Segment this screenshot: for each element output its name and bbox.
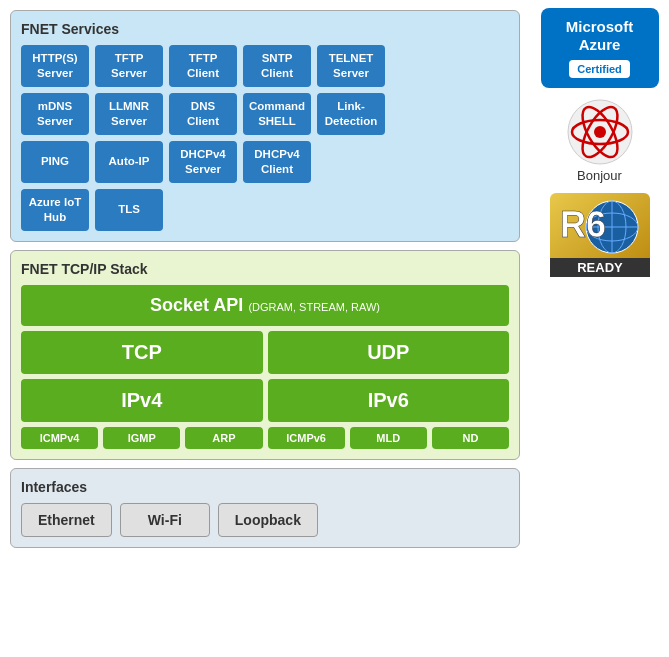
telnet-server-btn[interactable]: TELNETServer (317, 45, 385, 87)
r6-ready-icon: R6 READY (550, 193, 650, 277)
main-content: FNET Services HTTP(S)Server TFTPServer T… (0, 0, 530, 657)
wifi-btn[interactable]: Wi-Fi (120, 503, 210, 537)
azure-certified-box: Microsoft Azure Certified (541, 8, 659, 88)
ipv6-btn[interactable]: IPv6 (268, 379, 510, 422)
icmpv4-btn[interactable]: ICMPv4 (21, 427, 98, 449)
dhcpv4-client-btn[interactable]: DHCPv4Client (243, 141, 311, 183)
socket-api-sub: (DGRAM, STREAM, RAW) (248, 301, 380, 313)
azure-iot-hub-btn[interactable]: Azure IoTHub (21, 189, 89, 231)
auto-ip-btn[interactable]: Auto-IP (95, 141, 163, 183)
r6-ready-box: R6 READY (550, 193, 650, 277)
tcp-btn[interactable]: TCP (21, 331, 263, 374)
mdns-server-btn[interactable]: mDNSServer (21, 93, 89, 135)
command-shell-btn[interactable]: CommandSHELL (243, 93, 311, 135)
ipv4-btn[interactable]: IPv4 (21, 379, 263, 422)
services-row-2: mDNSServer LLMNRServer DNSClient Command… (21, 93, 509, 135)
interfaces-box: Interfaces Ethernet Wi-Fi Loopback (10, 468, 520, 548)
azure-title: Microsoft Azure (555, 18, 645, 54)
fnet-services-title: FNET Services (21, 21, 509, 37)
loopback-btn[interactable]: Loopback (218, 503, 318, 537)
tcpip-title: FNET TCP/IP Stack (21, 261, 509, 277)
tcpip-stack: Socket API (DGRAM, STREAM, RAW) TCP UDP … (21, 285, 509, 449)
arp-btn[interactable]: ARP (185, 427, 262, 449)
sidebar: Microsoft Azure Certified Bonjour (530, 0, 669, 657)
services-row-3: PING Auto-IP DHCPv4Server DHCPv4Client (21, 141, 509, 183)
interfaces-row: Ethernet Wi-Fi Loopback (21, 503, 509, 537)
svg-text:R6: R6 (560, 204, 606, 245)
udp-btn[interactable]: UDP (268, 331, 510, 374)
tcp-udp-row: TCP UDP (21, 331, 509, 374)
nd-btn[interactable]: ND (432, 427, 509, 449)
interfaces-title: Interfaces (21, 479, 509, 495)
services-row-4: Azure IoTHub TLS (21, 189, 509, 231)
tftp-client-btn[interactable]: TFTPClient (169, 45, 237, 87)
dns-client-btn[interactable]: DNSClient (169, 93, 237, 135)
icmpv6-btn[interactable]: ICMPv6 (268, 427, 345, 449)
socket-api-btn[interactable]: Socket API (DGRAM, STREAM, RAW) (21, 285, 509, 326)
ipv4-ipv6-row: IPv4 IPv6 (21, 379, 509, 422)
igmp-btn[interactable]: IGMP (103, 427, 180, 449)
azure-certified-badge: Certified (569, 60, 630, 78)
services-row-1: HTTP(S)Server TFTPServer TFTPClient SNTP… (21, 45, 509, 87)
dhcpv4-server-btn[interactable]: DHCPv4Server (169, 141, 237, 183)
svg-point-4 (594, 126, 606, 138)
sntp-client-btn[interactable]: SNTPClient (243, 45, 311, 87)
bonjour-box: Bonjour (566, 98, 634, 183)
tftp-server-btn[interactable]: TFTPServer (95, 45, 163, 87)
tls-btn[interactable]: TLS (95, 189, 163, 231)
ping-btn[interactable]: PING (21, 141, 89, 183)
ethernet-btn[interactable]: Ethernet (21, 503, 112, 537)
tcpip-box: FNET TCP/IP Stack Socket API (DGRAM, STR… (10, 250, 520, 460)
bonjour-icon (566, 98, 634, 166)
socket-api-label: Socket API (150, 295, 243, 315)
llmnr-server-btn[interactable]: LLMNRServer (95, 93, 163, 135)
services-grid: HTTP(S)Server TFTPServer TFTPClient SNTP… (21, 45, 509, 231)
svg-text:READY: READY (577, 260, 623, 275)
protocol-row: ICMPv4 IGMP ARP ICMPv6 MLD ND (21, 427, 509, 449)
bonjour-label: Bonjour (577, 168, 622, 183)
mld-btn[interactable]: MLD (350, 427, 427, 449)
fnet-services-box: FNET Services HTTP(S)Server TFTPServer T… (10, 10, 520, 242)
link-detection-btn[interactable]: Link-Detection (317, 93, 385, 135)
https-server-btn[interactable]: HTTP(S)Server (21, 45, 89, 87)
